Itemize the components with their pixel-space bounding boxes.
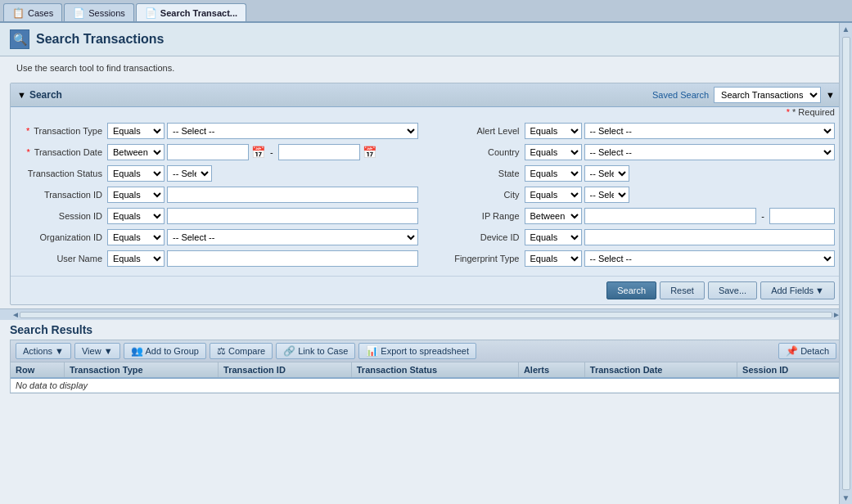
alert-level-row: Alert Level EqualsNot Equals -- Select -… <box>435 122 836 140</box>
organization-id-controls: EqualsNot Equals -- Select -- <box>107 229 418 245</box>
ip-dash: - <box>759 211 767 221</box>
device-id-label: Device ID <box>435 232 525 242</box>
fingerprint-type-operator[interactable]: EqualsNot Equals <box>525 250 582 267</box>
transaction-type-label: * Transaction Type <box>17 126 107 136</box>
export-label: Export to spreadsheet <box>381 346 469 356</box>
session-id-controls: EqualsNot Equals <box>107 208 418 224</box>
page-title: Search Transactions <box>36 32 165 47</box>
device-id-input[interactable] <box>584 229 836 245</box>
user-name-operator[interactable]: EqualsNot Equals <box>107 250 165 267</box>
user-name-row: User Name EqualsNot Equals <box>17 250 418 268</box>
horizontal-scrollbar: ◄ ► <box>0 308 852 320</box>
col-row: Row <box>11 362 64 378</box>
transaction-date-to[interactable] <box>278 144 360 160</box>
add-to-group-button[interactable]: 👥 Add to Group <box>124 343 206 359</box>
transaction-date-from[interactable] <box>167 144 249 160</box>
v-scroll-up-arrow[interactable]: ▲ <box>841 23 852 35</box>
transaction-type-row: * Transaction Type EqualsNot Equals -- S… <box>17 122 418 140</box>
transaction-date-label: * Transaction Date <box>17 147 107 157</box>
organization-id-label: Organization ID <box>17 232 107 242</box>
transaction-date-operator[interactable]: BetweenEqualsBeforeAfter <box>107 144 165 160</box>
view-button[interactable]: View ▼ <box>74 343 120 359</box>
calendar-to-icon[interactable]: 📅 <box>363 146 376 159</box>
saved-search-label: Saved Search <box>652 90 709 100</box>
transaction-id-controls: EqualsNot Equals <box>107 187 418 203</box>
detach-icon: 📌 <box>786 345 798 357</box>
compare-button[interactable]: ⚖ Compare <box>210 343 273 359</box>
organization-id-value[interactable]: -- Select -- <box>167 229 418 245</box>
transaction-status-operator[interactable]: EqualsNot Equals <box>107 165 165 182</box>
add-fields-button[interactable]: Add Fields ▼ <box>760 281 835 299</box>
col-transaction-type: Transaction Type <box>64 362 218 378</box>
collapse-icon[interactable]: ▼ <box>17 90 26 100</box>
calendar-from-icon[interactable]: 📅 <box>251 146 265 159</box>
detach-label: Detach <box>800 346 829 356</box>
alert-level-value[interactable]: -- Select -- <box>584 123 836 139</box>
transaction-type-value[interactable]: -- Select -- <box>167 123 418 139</box>
results-toolbar-left: Actions ▼ View ▼ 👥 Add to Group ⚖ Compar… <box>16 343 476 359</box>
state-label: State <box>435 169 525 178</box>
country-operator[interactable]: EqualsNot Equals <box>525 144 582 160</box>
search-transactions-icon: 📄 <box>145 7 157 19</box>
compare-icon: ⚖ <box>217 345 226 357</box>
detach-button[interactable]: 📌 Detach <box>778 343 836 359</box>
col-transaction-date: Transaction Date <box>584 362 737 378</box>
v-scroll-track[interactable] <box>842 37 850 490</box>
country-value[interactable]: -- Select -- <box>584 144 836 160</box>
col-session-id: Session ID <box>737 362 841 378</box>
organization-id-operator[interactable]: EqualsNot Equals <box>107 229 165 245</box>
sessions-icon: 📄 <box>73 7 85 19</box>
link-to-case-label: Link to Case <box>298 346 348 356</box>
city-operator[interactable]: EqualsNot Equals <box>525 187 582 203</box>
export-button[interactable]: 📊 Export to spreadsheet <box>358 343 476 359</box>
tab-search-transactions[interactable]: 📄 Search Transact... <box>136 3 246 21</box>
state-value[interactable]: -- Select -- <box>584 165 629 182</box>
city-value[interactable]: -- Select -- <box>584 187 629 203</box>
session-id-operator[interactable]: EqualsNot Equals <box>107 208 165 224</box>
ip-range-row: IP Range BetweenEquals - <box>435 207 836 225</box>
state-operator[interactable]: EqualsNot Equals <box>525 165 582 182</box>
user-name-input[interactable] <box>167 250 418 267</box>
h-scroll-track[interactable] <box>20 312 832 318</box>
tab-sessions[interactable]: 📄 Sessions <box>64 3 134 21</box>
no-data-message: No data to display <box>11 378 841 393</box>
transaction-status-row: Transaction Status EqualsNot Equals -- S… <box>17 164 418 182</box>
session-id-input[interactable] <box>167 208 418 224</box>
transaction-id-input[interactable] <box>167 187 418 203</box>
transaction-status-value[interactable]: -- Select -- <box>167 165 212 182</box>
tabs-bar: 📋 Cases 📄 Sessions 📄 Search Transact... <box>0 0 852 23</box>
search-form-left: * Transaction Type EqualsNot Equals -- S… <box>17 122 418 271</box>
tab-cases[interactable]: 📋 Cases <box>3 3 62 21</box>
state-controls: EqualsNot Equals -- Select -- <box>525 165 836 182</box>
h-scroll-left-arrow[interactable]: ◄ <box>11 310 20 319</box>
saved-search-dropdown-icon[interactable]: ▼ <box>826 90 835 100</box>
transaction-id-operator[interactable]: EqualsNot Equals <box>107 187 165 203</box>
ip-range-from[interactable] <box>584 208 757 224</box>
saved-search-select[interactable]: Search Transactions <box>714 87 821 103</box>
device-id-controls: EqualsNot Equals <box>525 229 836 245</box>
transaction-id-label: Transaction ID <box>17 190 107 200</box>
ip-range-label: IP Range <box>435 211 525 221</box>
help-text: Use the search tool to find transactions… <box>0 56 852 79</box>
alert-level-operator[interactable]: EqualsNot Equals <box>525 123 582 139</box>
search-button[interactable]: Search <box>606 281 656 299</box>
transaction-date-controls: BetweenEqualsBeforeAfter 📅 - 📅 <box>107 144 418 160</box>
transaction-type-operator[interactable]: EqualsNot Equals <box>107 123 165 139</box>
saved-search-area: Saved Search Search Transactions ▼ <box>652 87 835 103</box>
v-scroll-down-arrow[interactable]: ▼ <box>841 492 852 504</box>
search-actions: Search Reset Save... Add Fields ▼ <box>11 276 841 304</box>
fingerprint-type-value[interactable]: -- Select -- <box>584 250 836 267</box>
save-button[interactable]: Save... <box>708 281 757 299</box>
compare-label: Compare <box>228 346 265 356</box>
link-to-case-button[interactable]: 🔗 Link to Case <box>276 343 355 359</box>
results-header-row: Row Transaction Type Transaction ID Tran… <box>11 362 841 378</box>
ip-range-operator[interactable]: BetweenEquals <box>525 208 582 224</box>
search-section-header: ▼ Search Saved Search Search Transaction… <box>11 83 841 107</box>
col-transaction-id: Transaction ID <box>219 362 352 378</box>
actions-button[interactable]: Actions ▼ <box>16 343 71 359</box>
view-label: View <box>82 346 101 356</box>
device-id-operator[interactable]: EqualsNot Equals <box>525 229 582 245</box>
reset-button[interactable]: Reset <box>660 281 705 299</box>
ip-range-to[interactable] <box>769 208 835 224</box>
results-table-body: No data to display <box>11 378 841 393</box>
